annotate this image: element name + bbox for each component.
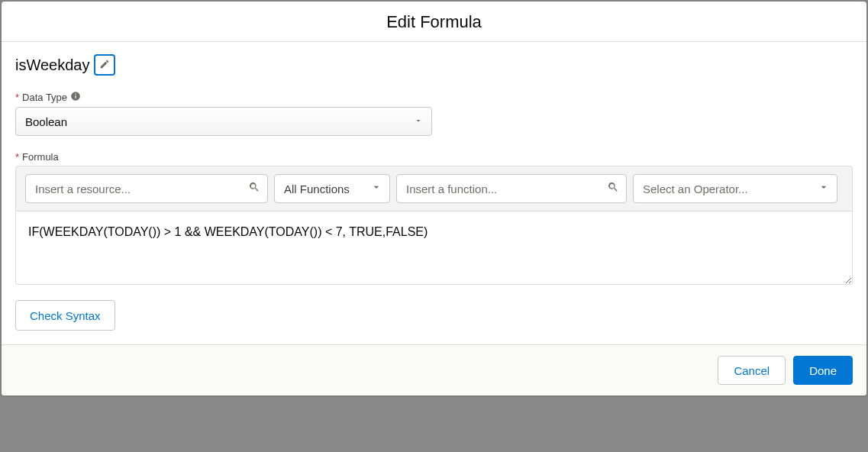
operator-select[interactable]: Select an Operator... [633, 174, 837, 203]
done-button[interactable]: Done [793, 356, 853, 385]
cancel-button[interactable]: Cancel [718, 356, 786, 385]
function-combobox[interactable] [396, 174, 627, 203]
modal-title: Edit Formula [2, 12, 866, 32]
function-category-value[interactable]: All Functions [274, 174, 390, 203]
modal-body: isWeekday * Data Type Boolean * Formula [2, 42, 866, 344]
info-icon[interactable] [70, 91, 81, 104]
modal-footer: Cancel Done [2, 344, 866, 396]
required-asterisk: * [15, 92, 19, 103]
data-type-select[interactable]: Boolean [15, 107, 432, 136]
operator-value[interactable]: Select an Operator... [633, 174, 837, 203]
modal-header: Edit Formula [2, 2, 866, 42]
check-syntax-button[interactable]: Check Syntax [15, 300, 115, 331]
edit-formula-modal: Edit Formula isWeekday * Data Type Boole… [2, 2, 866, 396]
formula-textarea[interactable] [15, 211, 853, 285]
formula-name: isWeekday [15, 56, 89, 74]
svg-rect-2 [76, 94, 76, 95]
data-type-value[interactable]: Boolean [15, 107, 432, 136]
data-type-label: * Data Type [15, 91, 853, 104]
resource-combobox[interactable] [25, 174, 268, 203]
pencil-icon [99, 59, 110, 72]
resource-input[interactable] [25, 174, 268, 203]
formula-toolbar: All Functions Select an Operator... [15, 166, 853, 211]
required-asterisk: * [15, 151, 19, 163]
function-input[interactable] [396, 174, 627, 203]
svg-rect-1 [76, 95, 76, 98]
edit-name-button[interactable] [94, 54, 115, 76]
formula-label: * Formula [15, 151, 853, 163]
function-category-select[interactable]: All Functions [274, 174, 390, 203]
name-row: isWeekday [15, 54, 853, 76]
